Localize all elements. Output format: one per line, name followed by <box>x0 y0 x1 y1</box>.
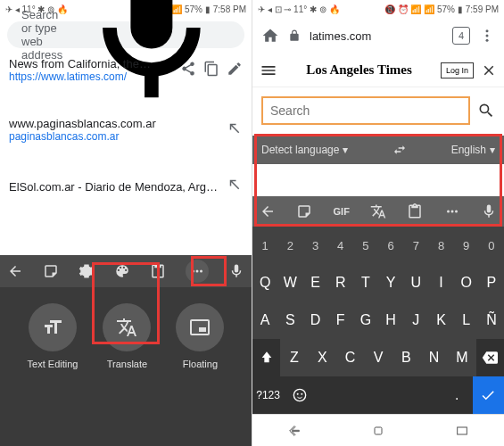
key[interactable]: G <box>353 301 378 339</box>
site-logo[interactable]: Los Angeles Times <box>285 62 434 78</box>
key[interactable]: Ñ <box>479 301 504 339</box>
translate-input[interactable] <box>252 164 504 196</box>
emoji-key[interactable] <box>284 376 315 414</box>
search-icon[interactable] <box>477 102 495 120</box>
clipboard-icon[interactable] <box>150 263 166 279</box>
backspace-key[interactable] <box>476 339 504 376</box>
translate-icon[interactable] <box>370 203 386 219</box>
close-icon[interactable] <box>481 62 497 78</box>
enter-key[interactable] <box>473 376 504 414</box>
key[interactable]: X <box>309 339 336 376</box>
sticker-icon[interactable] <box>43 263 59 279</box>
nav-home-icon[interactable] <box>371 424 385 438</box>
svg-point-11 <box>301 393 302 395</box>
key[interactable]: 6 <box>378 227 403 264</box>
edit-icon[interactable] <box>227 61 243 80</box>
key[interactable]: S <box>277 301 302 339</box>
key[interactable]: 9 <box>454 227 479 264</box>
key[interactable]: V <box>364 339 392 376</box>
arrow-nw-icon[interactable] <box>227 120 243 140</box>
key[interactable]: K <box>428 301 453 339</box>
translate-button[interactable]: Translate <box>103 303 151 369</box>
svg-point-0 <box>192 270 194 273</box>
keyboard-toolbar <box>0 255 252 287</box>
key[interactable]: L <box>454 301 479 339</box>
key[interactable]: Q <box>252 264 277 301</box>
palette-icon[interactable] <box>114 263 130 279</box>
nav-recent-icon[interactable] <box>455 424 469 438</box>
site-header: Los Angeles Times Log In <box>252 54 504 87</box>
text-editing-button[interactable]: Text Editing <box>28 303 78 369</box>
floating-button[interactable]: Floating <box>176 303 224 369</box>
search-input[interactable] <box>261 96 470 125</box>
svg-rect-12 <box>375 427 382 434</box>
sticker-icon[interactable] <box>296 203 312 219</box>
key[interactable]: 2 <box>277 227 302 264</box>
copy-icon[interactable] <box>203 61 219 80</box>
gif-button[interactable]: GIF <box>334 206 350 217</box>
space-key[interactable] <box>316 376 442 414</box>
key[interactable]: C <box>336 339 364 376</box>
key[interactable]: I <box>428 264 453 301</box>
period-key[interactable]: . <box>442 376 473 414</box>
key[interactable]: 7 <box>403 227 428 264</box>
share-icon[interactable] <box>180 61 196 80</box>
home-icon[interactable] <box>261 27 279 45</box>
key[interactable]: T <box>353 264 378 301</box>
clipboard-icon[interactable] <box>407 203 423 219</box>
key[interactable]: 3 <box>302 227 327 264</box>
more-button[interactable] <box>186 260 209 283</box>
target-lang[interactable]: English▾ <box>451 144 495 156</box>
menu-icon[interactable] <box>479 28 495 44</box>
suggestion-row[interactable]: ElSol.com.ar - Diario de Mendoza, Argent… <box>0 171 252 202</box>
key[interactable]: Y <box>378 264 403 301</box>
key[interactable]: 5 <box>353 227 378 264</box>
svg-point-8 <box>455 211 458 213</box>
shift-key[interactable] <box>252 339 280 376</box>
url-input[interactable]: Search or type web address <box>7 21 244 48</box>
key[interactable]: D <box>302 301 327 339</box>
site-search <box>252 87 504 134</box>
login-button[interactable]: Log In <box>441 62 474 78</box>
key[interactable]: E <box>302 264 327 301</box>
url-text[interactable]: latimes.com <box>310 29 443 43</box>
key[interactable]: A <box>252 301 277 339</box>
status-bar: ✈ ◂ ⊡ ⊸ 11° ✱ ⊚ 🔥 📵 ⏰ 📶 📶 57% ▮7:59 PM <box>252 0 504 18</box>
key[interactable]: M <box>448 339 475 376</box>
gear-icon[interactable] <box>78 263 95 279</box>
right-screenshot: ✈ ◂ ⊡ ⊸ 11° ✱ ⊚ 🔥 📵 ⏰ 📶 📶 57% ▮7:59 PM l… <box>252 0 504 446</box>
key[interactable]: 0 <box>479 227 504 264</box>
back-icon[interactable] <box>7 263 23 279</box>
key[interactable]: 1 <box>252 227 277 264</box>
key[interactable]: H <box>378 301 403 339</box>
more-icon[interactable] <box>444 203 460 219</box>
suggestion-row[interactable]: www.paginasblancas.com.arpaginasblancas.… <box>0 112 252 148</box>
svg-rect-13 <box>458 427 467 434</box>
key[interactable]: Z <box>280 339 308 376</box>
tabs-button[interactable]: 4 <box>452 27 470 45</box>
nav-back-icon[interactable] <box>287 424 302 438</box>
back-icon[interactable] <box>260 203 276 219</box>
key[interactable]: 8 <box>428 227 453 264</box>
lock-icon <box>288 29 301 42</box>
key[interactable]: F <box>328 301 353 339</box>
key[interactable]: U <box>403 264 428 301</box>
key[interactable]: B <box>392 339 420 376</box>
mic-icon[interactable] <box>481 203 497 219</box>
keyboard-panel: Text Editing Translate Floating <box>0 287 252 446</box>
key[interactable]: N <box>420 339 448 376</box>
key[interactable]: O <box>454 264 479 301</box>
key[interactable]: R <box>328 264 353 301</box>
source-lang[interactable]: Detect language▾ <box>261 144 348 156</box>
key[interactable]: P <box>479 264 504 301</box>
arrow-nw-icon[interactable] <box>227 177 243 196</box>
svg-point-5 <box>486 39 489 42</box>
hamburger-icon[interactable] <box>260 62 277 79</box>
symbols-key[interactable]: ?123 <box>252 376 284 414</box>
svg-point-4 <box>486 35 489 37</box>
key[interactable]: J <box>403 301 428 339</box>
swap-icon[interactable] <box>392 143 407 157</box>
key[interactable]: W <box>277 264 302 301</box>
key[interactable]: 4 <box>328 227 353 264</box>
mic-icon[interactable] <box>228 263 244 279</box>
